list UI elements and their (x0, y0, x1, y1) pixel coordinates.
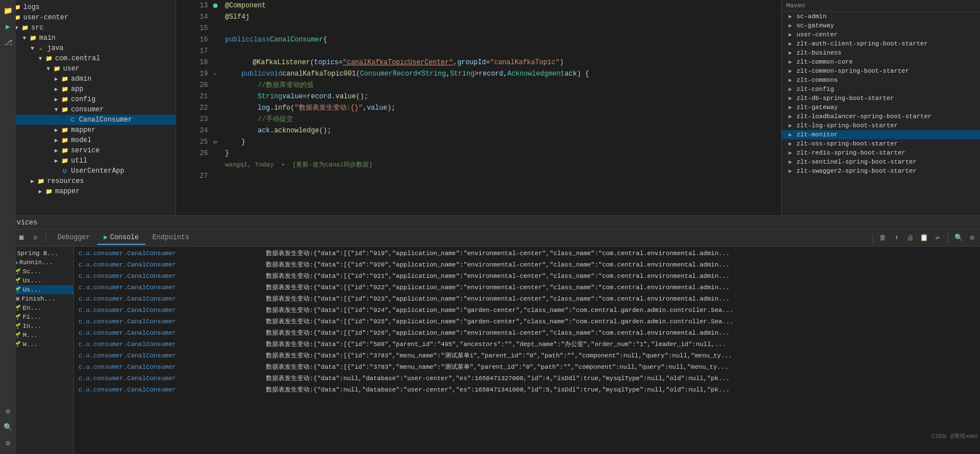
tree-item-java[interactable]: ▼ ☕ java (0, 43, 176, 53)
service-m-label: M... (23, 332, 37, 339)
right-item-zlt-config[interactable]: ▶ zlt-config (782, 85, 980, 94)
arrow-zlt-monitor: ▶ (786, 131, 794, 138)
tree-item-admin[interactable]: ▶ 📁 admin (0, 74, 176, 84)
project-icon[interactable]: 📁 (2, 5, 14, 17)
label-zlt-common-sbs: zlt-common-spring-boot-starter (796, 68, 909, 74)
run-debug-icon[interactable]: ▶ (2, 20, 14, 33)
tree-item-util[interactable]: ▶ 📁 util (0, 156, 176, 166)
folder-icon-consumer: 📁 (60, 105, 69, 114)
tab-console[interactable]: ▶ Console (97, 231, 146, 245)
tree-arrow-java[interactable]: ▼ (28, 45, 36, 52)
console-output[interactable]: c.u.consumer.CanalConsumer数据表发生变动:{"data… (74, 247, 980, 454)
folder-icon-admin: 📁 (60, 74, 69, 84)
right-item-zlt-commons[interactable]: ▶ zlt-commons (782, 76, 980, 85)
filter-icon[interactable]: 🔍 (953, 232, 964, 244)
breakpoint-13[interactable] (213, 3, 218, 8)
code-line-19: public void canalKafkaTopic001(ConsumerR… (225, 68, 781, 80)
scroll-end-icon[interactable]: ⬇ (891, 232, 902, 244)
right-item-zlt-monitor[interactable]: ▶ zlt-monitor (782, 130, 980, 139)
tree-item-main[interactable]: ▼ 📁 main (0, 33, 176, 43)
tree-arrow-main[interactable]: ▼ (20, 35, 28, 41)
right-item-zlt-oss[interactable]: ▶ zlt-oss-spring-boot-starter (782, 139, 980, 148)
tree-item-consumer[interactable]: ▼ 📁 consumer (0, 105, 176, 115)
right-item-zlt-log[interactable]: ▶ zlt-log-spring-boot-starter (782, 121, 980, 130)
right-item-user-center[interactable]: ▶ user-center (782, 30, 980, 39)
arrow-sc-gateway: ▶ (786, 22, 794, 29)
arrow-zlt-auth: ▶ (786, 40, 794, 47)
tree-item-resources[interactable]: ▶ 📁 resources (0, 176, 176, 186)
settings-icon-side[interactable]: ⚙ (2, 437, 14, 449)
java-file-icon-uca: U (60, 166, 69, 176)
structure-icon[interactable]: ⚙ (2, 405, 14, 418)
toolbar-sep-2 (948, 234, 948, 243)
tree-arrow-app[interactable]: ▶ (52, 86, 60, 93)
tree-label-service: service (71, 147, 99, 155)
log-line: c.u.consumer.CanalConsumer数据表发生变动:{"data… (74, 316, 980, 327)
tree-item-app[interactable]: ▶ 📁 app (0, 84, 176, 94)
settings-icon[interactable]: ⚙ (966, 232, 978, 244)
service-us1-label: Us... (23, 277, 41, 284)
right-item-zlt-lb[interactable]: ▶ zlt-loadbalancer-spring-boot-starter (782, 112, 980, 121)
right-item-zlt-db[interactable]: ▶ zlt-db-spring-boot-starter (782, 94, 980, 103)
code-line-git: wangql, Today • [更新-改为canal同步数据] (225, 159, 781, 170)
right-item-zlt-sentinel[interactable]: ▶ zlt-sentinel-spring-boot-starter (782, 157, 980, 166)
tree-item-service[interactable]: ▶ 📁 service (0, 145, 176, 156)
tree-arrow-service[interactable]: ▶ (52, 147, 60, 154)
tree-label-java: java (47, 44, 64, 52)
search-icon-side[interactable]: 🔍 (2, 421, 14, 434)
tab-endpoints[interactable]: Endpoints (145, 231, 196, 245)
code-line-14: @Slf4j (225, 11, 781, 23)
tree-item-src[interactable]: ▼ 📁 src (0, 23, 176, 33)
tree-arrow-admin[interactable]: ▶ (52, 76, 60, 82)
soft-wrap-icon[interactable]: ⇌ (932, 232, 943, 244)
log-line: c.u.consumer.CanalConsumer数据表发生变动:{"data… (74, 305, 980, 316)
tree-arrow-mapper[interactable]: ▶ (52, 127, 60, 134)
code-line-15 (225, 23, 781, 34)
tree-item-logs[interactable]: ▶ 📁 logs (0, 2, 176, 13)
tree-item-model[interactable]: ▶ 📁 model (0, 135, 176, 145)
right-item-zlt-business[interactable]: ▶ zlt-business (782, 48, 980, 57)
right-item-zlt-gateway[interactable]: ▶ zlt-gateway (782, 103, 980, 112)
tree-item-com-central[interactable]: ▼ 📁 com.central (0, 53, 176, 64)
tab-debugger[interactable]: Debugger (51, 231, 97, 245)
stop-all-icon[interactable]: ⏹ (16, 232, 27, 244)
tree-item-user-center[interactable]: ▼ 📁 user-center (0, 13, 176, 23)
code-editor[interactable]: @Component @Slf4j public class CanalCons… (220, 0, 781, 215)
expand-icon[interactable]: ≡ (30, 232, 41, 244)
tree-item-user-center-app[interactable]: U UserCenterApp (0, 166, 176, 176)
tree-arrow-com-central[interactable]: ▼ (36, 56, 44, 62)
tree-arrow-resources[interactable]: ▶ (28, 178, 36, 185)
right-item-zlt-swagger[interactable]: ▶ zlt-swagger2-spring-boot-starter (782, 166, 980, 176)
tree-arrow-model[interactable]: ▶ (52, 137, 60, 144)
arrow-zlt-config: ▶ (786, 86, 794, 93)
right-item-sc-admin[interactable]: ▶ sc-admin (782, 12, 980, 21)
copy-icon[interactable]: 📋 (918, 232, 929, 244)
file-tree[interactable]: ▶ 📁 logs ▼ 📁 user-center ▼ 📁 src ▼ 📁 mai… (0, 0, 176, 215)
tree-label-user-center: user-center (23, 14, 68, 22)
log-line: c.u.consumer.CanalConsumer数据表发生变动:{"data… (74, 361, 980, 373)
arrow-zlt-commons: ▶ (786, 77, 794, 84)
print-icon[interactable]: 🖨 (904, 232, 916, 244)
tree-arrow-mapper2[interactable]: ▶ (36, 188, 44, 195)
folder-icon-mapper2: 📁 (44, 187, 53, 196)
tree-item-user[interactable]: ▼ 📁 user (0, 64, 176, 74)
git-icon[interactable]: ⎇ (2, 36, 14, 49)
tree-arrow-user[interactable]: ▼ (44, 66, 52, 72)
right-item-sc-gateway[interactable]: ▶ sc-gateway (782, 21, 980, 30)
folder-icon-src: 📁 (20, 23, 30, 32)
right-item-zlt-auth[interactable]: ▶ zlt-auth-client-spring-boot-starter (782, 39, 980, 48)
service-fi-label: Fi... (23, 314, 41, 320)
right-item-zlt-common-sbs[interactable]: ▶ zlt-common-spring-boot-starter (782, 66, 980, 76)
right-item-zlt-common-core[interactable]: ▶ zlt-common-core (782, 57, 980, 66)
log-line: c.u.consumer.CanalConsumer数据表发生变动:{"data… (74, 384, 980, 395)
tree-item-mapper[interactable]: ▶ 📁 mapper (0, 125, 176, 135)
clear-icon[interactable]: 🗑 (877, 232, 889, 244)
right-item-zlt-redis[interactable]: ▶ zlt-redis-spring-boot-starter (782, 148, 980, 157)
tree-item-mapper2[interactable]: ▶ 📁 mapper (0, 186, 176, 197)
tree-arrow-consumer[interactable]: ▼ (52, 107, 60, 113)
tree-item-canal-consumer[interactable]: C CanalConsumer (0, 115, 176, 125)
tree-arrow-util[interactable]: ▶ (52, 157, 60, 164)
tree-item-config[interactable]: ▶ 📁 config (0, 94, 176, 105)
label-user-center-right: user-center (796, 31, 838, 38)
tree-arrow-config[interactable]: ▶ (52, 96, 60, 103)
